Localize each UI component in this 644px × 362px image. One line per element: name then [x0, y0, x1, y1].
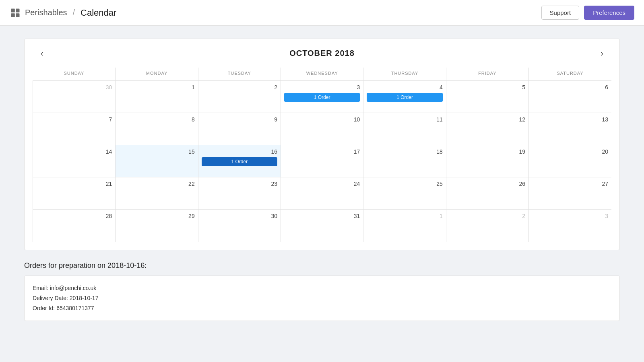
breadcrumb-separator: /	[73, 8, 75, 17]
calendar-day: 13	[529, 113, 611, 145]
calendar-day: 2	[446, 210, 528, 242]
page-title: Calendar	[80, 8, 116, 18]
calendar-day: 15	[116, 145, 198, 177]
calendar-day: 24	[281, 177, 363, 210]
order-card: Email: info@penchi.co.uk Delivery Date: …	[24, 276, 620, 321]
weekday-header: TUESDAY	[198, 68, 281, 81]
order-badge[interactable]: 1 Order	[202, 157, 277, 166]
calendar-header: ‹ OCTOBER 2018 ›	[33, 47, 611, 60]
calendar-day: 19	[446, 145, 528, 177]
day-number: 17	[284, 148, 360, 155]
header: Perishables / Calendar Support Preferenc…	[0, 0, 644, 26]
calendar-day: 23	[198, 177, 281, 210]
day-number: 3	[532, 213, 608, 219]
day-number: 10	[284, 116, 360, 123]
day-number: 2	[450, 213, 525, 219]
calendar-day[interactable]: 161 Order	[198, 145, 281, 177]
svg-rect-1	[16, 8, 19, 12]
calendar-week-row: 28293031123	[33, 210, 612, 242]
orders-title: Orders for preparation on 2018-10-16:	[24, 261, 620, 270]
calendar-day: 1	[363, 210, 446, 242]
weekday-header: SATURDAY	[529, 68, 611, 81]
calendar-day: 21	[33, 177, 116, 210]
calendar-day: 12	[446, 113, 528, 145]
calendar-day: 30	[198, 210, 281, 242]
orders-section: Orders for preparation on 2018-10-16: Em…	[24, 261, 620, 321]
calendar-week-row: 1415161 Order17181920	[33, 145, 612, 177]
day-number: 15	[119, 148, 194, 155]
calendar-day: 1	[116, 81, 198, 113]
calendar-day: 2	[198, 81, 281, 113]
calendar-day: 31	[281, 210, 363, 242]
calendar-day: 14	[33, 145, 116, 177]
header-left: Perishables / Calendar	[10, 7, 116, 19]
app-name: Perishables	[25, 8, 67, 17]
day-number: 3	[284, 84, 360, 90]
calendar-day: 26	[446, 177, 528, 210]
calendar-day: 18	[363, 145, 446, 177]
order-badge[interactable]: 1 Order	[284, 93, 360, 102]
day-number: 14	[36, 148, 112, 155]
calendar-day: 22	[116, 177, 198, 210]
order-id: Order Id: 654380171377	[33, 303, 611, 313]
day-number: 2	[202, 84, 277, 90]
day-number: 21	[36, 181, 112, 187]
main-content: ‹ OCTOBER 2018 › SUNDAYMONDAYTUESDAYWEDN…	[0, 26, 644, 334]
prev-month-button[interactable]: ‹	[37, 47, 47, 60]
calendar-body: 301231 Order41 Order56789101112131415161…	[33, 81, 612, 242]
weekday-header: WEDNESDAY	[281, 68, 363, 81]
day-number: 30	[36, 84, 112, 90]
day-number: 1	[367, 213, 442, 219]
weekday-header: MONDAY	[116, 68, 198, 81]
day-number: 22	[119, 181, 194, 187]
svg-rect-0	[11, 8, 15, 12]
weekday-header: FRIDAY	[446, 68, 528, 81]
day-number: 29	[119, 213, 194, 219]
calendar-day: 6	[529, 81, 611, 113]
day-number: 16	[202, 148, 277, 155]
calendar-day: 10	[281, 113, 363, 145]
calendar-day: 27	[529, 177, 611, 210]
support-button[interactable]: Support	[541, 6, 580, 20]
day-number: 13	[532, 116, 608, 123]
calendar-grid: SUNDAYMONDAYTUESDAYWEDNESDAYTHURSDAYFRID…	[33, 68, 611, 242]
day-number: 20	[532, 148, 608, 155]
calendar-day: 5	[446, 81, 528, 113]
day-number: 30	[202, 213, 277, 219]
header-right: Support Preferences	[541, 6, 634, 20]
calendar-day: 7	[33, 113, 116, 145]
day-number: 6	[532, 84, 608, 90]
order-badge[interactable]: 1 Order	[367, 93, 442, 102]
calendar-day[interactable]: 31 Order	[281, 81, 363, 113]
calendar-day: 17	[281, 145, 363, 177]
next-month-button[interactable]: ›	[597, 47, 607, 60]
order-delivery-date: Delivery Date: 2018-10-17	[33, 293, 611, 303]
day-number: 5	[450, 84, 525, 90]
calendar-day: 29	[116, 210, 198, 242]
day-number: 7	[36, 116, 112, 123]
calendar-day: 20	[529, 145, 611, 177]
day-number: 1	[119, 84, 194, 90]
day-number: 27	[532, 181, 608, 187]
day-number: 25	[367, 181, 442, 187]
grid-icon	[10, 7, 21, 19]
svg-rect-3	[16, 13, 19, 17]
calendar-container: ‹ OCTOBER 2018 › SUNDAYMONDAYTUESDAYWEDN…	[24, 39, 620, 250]
weekday-header: SUNDAY	[33, 68, 116, 81]
day-number: 4	[367, 84, 442, 90]
calendar-week-row: 21222324252627	[33, 177, 612, 210]
calendar-day: 28	[33, 210, 116, 242]
day-number: 28	[36, 213, 112, 219]
svg-rect-2	[11, 13, 15, 17]
day-number: 11	[367, 116, 442, 123]
day-number: 23	[202, 181, 277, 187]
calendar-week-row: 301231 Order41 Order56	[33, 81, 612, 113]
calendar-day[interactable]: 41 Order	[363, 81, 446, 113]
day-number: 24	[284, 181, 360, 187]
calendar-day: 25	[363, 177, 446, 210]
calendar-day: 9	[198, 113, 281, 145]
preferences-button[interactable]: Preferences	[584, 6, 634, 20]
calendar-weekdays: SUNDAYMONDAYTUESDAYWEDNESDAYTHURSDAYFRID…	[33, 68, 612, 81]
calendar-week-row: 78910111213	[33, 113, 612, 145]
calendar-day: 11	[363, 113, 446, 145]
